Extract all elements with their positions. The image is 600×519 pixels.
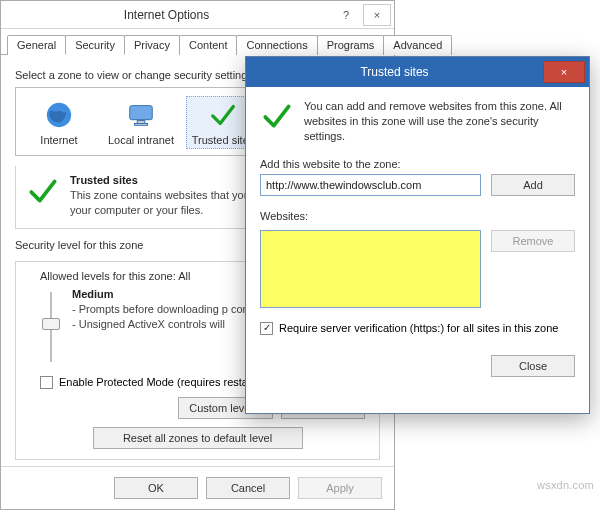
checkmark-icon (207, 99, 239, 131)
io-tabs: General Security Privacy Content Connect… (1, 33, 394, 55)
zone-local-intranet[interactable]: Local intranet (104, 96, 178, 149)
cancel-button[interactable]: Cancel (206, 477, 290, 499)
ok-button[interactable]: OK (114, 477, 198, 499)
trusted-sites-dialog: Trusted sites × You can add and remove w… (245, 56, 590, 414)
tab-advanced[interactable]: Advanced (383, 35, 452, 55)
zone-internet[interactable]: Internet (22, 96, 96, 149)
remove-button[interactable]: Remove (491, 230, 575, 252)
websites-label: Websites: (260, 210, 575, 222)
tab-programs[interactable]: Programs (317, 35, 385, 55)
add-button[interactable]: Add (491, 174, 575, 196)
io-title-bar: Internet Options ? × (1, 1, 394, 29)
ts-close-button[interactable]: × (543, 61, 585, 83)
website-url-input[interactable] (260, 174, 481, 196)
io-footer: OK Cancel Apply (1, 466, 394, 509)
require-https-label: Require server verification (https:) for… (279, 322, 558, 334)
io-title: Internet Options (1, 8, 332, 22)
protected-mode-checkbox[interactable] (40, 376, 53, 389)
ts-title-bar: Trusted sites × (246, 57, 589, 87)
zone-label: Local intranet (105, 134, 177, 146)
ts-intro: You can add and remove websites from thi… (304, 99, 575, 144)
ts-body: You can add and remove websites from thi… (246, 87, 589, 387)
tab-content[interactable]: Content (179, 35, 238, 55)
slider-thumb[interactable] (42, 318, 60, 330)
watermark: wsxdn.com (537, 479, 594, 491)
security-level-slider[interactable] (40, 288, 62, 366)
help-button[interactable]: ? (332, 4, 360, 26)
tab-privacy[interactable]: Privacy (124, 35, 180, 55)
svg-rect-1 (130, 106, 153, 120)
checkmark-icon (260, 99, 294, 133)
tab-general[interactable]: General (7, 35, 66, 55)
tab-connections[interactable]: Connections (236, 35, 317, 55)
tab-security[interactable]: Security (65, 35, 125, 55)
checkmark-icon (26, 174, 60, 208)
svg-rect-3 (134, 123, 147, 125)
globe-icon (43, 99, 75, 131)
protected-mode-label: Enable Protected Mode (requires restar (59, 376, 252, 388)
zone-label: Internet (23, 134, 95, 146)
ts-title: Trusted sites (246, 65, 543, 79)
monitor-icon (125, 99, 157, 131)
add-website-label: Add this website to the zone: (260, 158, 575, 170)
require-https-checkbox[interactable] (260, 322, 273, 335)
close-button[interactable]: Close (491, 355, 575, 377)
reset-all-zones-button[interactable]: Reset all zones to default level (93, 427, 303, 449)
apply-button[interactable]: Apply (298, 477, 382, 499)
io-close-button[interactable]: × (363, 4, 391, 26)
websites-listbox[interactable] (260, 230, 481, 308)
